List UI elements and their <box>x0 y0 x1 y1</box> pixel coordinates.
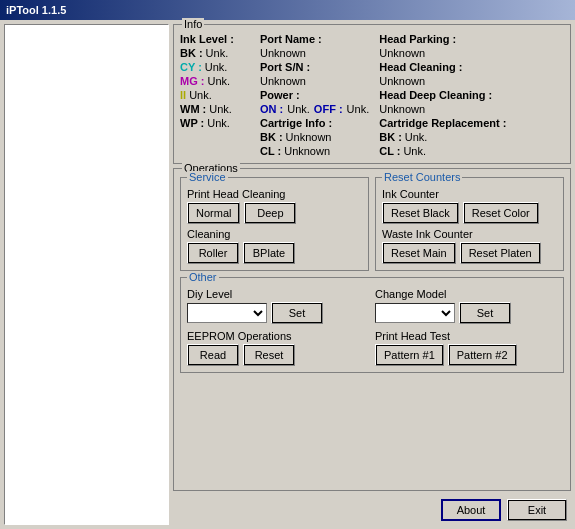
print-head-cleaning-section: Print Head Cleaning Normal Deep <box>187 188 362 224</box>
repl-cl-row: CL : Unk. <box>379 145 506 157</box>
change-model-section: Change Model Set <box>375 288 557 324</box>
port-name-header: Port Name : <box>260 33 369 45</box>
main-window: Info Ink Level : BK : Unk. CY : Unk. <box>0 20 575 529</box>
diy-level-select[interactable] <box>187 303 267 323</box>
port-name-value-row: Unknown <box>260 47 369 59</box>
repl-bk-value: Unk. <box>405 131 428 143</box>
off-value: Unk. <box>347 103 370 115</box>
mg-label: MG : <box>180 75 204 87</box>
wp-label: WP : <box>180 117 204 129</box>
head-cleaning-header: Head Cleaning : <box>379 61 506 73</box>
cart-bk-row: BK : Unknown <box>260 131 369 143</box>
head-deep-label: Head Deep Cleaning : <box>379 89 492 101</box>
ops-inner: Service Print Head Cleaning Normal Deep … <box>180 177 564 373</box>
exit-button[interactable]: Exit <box>507 499 567 521</box>
repl-bk-label: BK : <box>379 131 402 143</box>
left-panel <box>4 24 169 525</box>
change-model-select[interactable] <box>375 303 455 323</box>
head-parking-label: Head Parking : <box>379 33 456 45</box>
cleaning-btn-row: Roller BPlate <box>187 242 362 264</box>
waste-ink-section: Waste Ink Counter Reset Main Reset Plate… <box>382 228 557 264</box>
print-head-btn-row: Normal Deep <box>187 202 362 224</box>
reset-main-button[interactable]: Reset Main <box>382 242 456 264</box>
print-head-test-btn-row: Pattern #1 Pattern #2 <box>375 344 557 366</box>
deep-button[interactable]: Deep <box>244 202 296 224</box>
reset-counters-group: Reset Counters Ink Counter Reset Black R… <box>375 177 564 271</box>
head-cleaning-value-row: Unknown <box>379 75 506 87</box>
normal-button[interactable]: Normal <box>187 202 240 224</box>
on-value: Unk. <box>287 103 310 115</box>
ink-level-label: Ink Level : <box>180 33 234 45</box>
other-label: Other <box>187 271 219 283</box>
about-button[interactable]: About <box>441 499 501 521</box>
head-cleaning-label: Head Cleaning : <box>379 61 462 73</box>
mg-row: MG : Unk. <box>180 75 250 87</box>
reset-counters-content: Ink Counter Reset Black Reset Color Wast… <box>382 188 557 264</box>
bk-value: Unk. <box>206 47 229 59</box>
pattern1-button[interactable]: Pattern #1 <box>375 344 444 366</box>
cy-label: CY : <box>180 61 202 73</box>
diy-level-section: Diy Level Set <box>187 288 369 324</box>
cartridge-info-header: Cartrige Info : <box>260 117 369 129</box>
wp-row: WP : Unk. <box>180 117 250 129</box>
print-head-test-label: Print Head Test <box>375 330 557 342</box>
cy-row: CY : Unk. <box>180 61 250 73</box>
power-header: Power : <box>260 89 369 101</box>
info-group: Info Ink Level : BK : Unk. CY : Unk. <box>173 24 571 164</box>
cart-cl-row: CL : Unknown <box>260 145 369 157</box>
wm-value: Unk. <box>209 103 232 115</box>
diy-set-button[interactable]: Set <box>271 302 323 324</box>
cleaning-label: Cleaning <box>187 228 362 240</box>
service-content: Print Head Cleaning Normal Deep Cleaning… <box>187 188 362 264</box>
repl-cl-label: CL : <box>379 145 400 157</box>
diy-level-row: Set <box>187 302 369 324</box>
head-deep-value-row: Unknown <box>379 103 506 115</box>
cart-cl-value: Unknown <box>284 145 330 157</box>
waste-ink-btn-row: Reset Main Reset Platen <box>382 242 557 264</box>
cy-value: Unk. <box>205 61 228 73</box>
repl-cl-value: Unk. <box>403 145 426 157</box>
diy-level-label: Diy Level <box>187 288 369 300</box>
bottom-bar: About Exit <box>173 495 571 525</box>
title-label: iPTool 1.1.5 <box>6 4 66 16</box>
ink-level-header: Ink Level : <box>180 33 250 45</box>
eeprom-btn-row: Read Reset <box>187 344 369 366</box>
reset-platen-button[interactable]: Reset Platen <box>460 242 541 264</box>
wm-row: WM : Unk. <box>180 103 250 115</box>
pattern2-button[interactable]: Pattern #2 <box>448 344 517 366</box>
wm-label: WM : <box>180 103 206 115</box>
port-sn-header: Port S/N : <box>260 61 369 73</box>
ink-counter-section: Ink Counter Reset Black Reset Color <box>382 188 557 224</box>
read-button[interactable]: Read <box>187 344 239 366</box>
cartridge-replacement-header: Cartridge Replacement : <box>379 117 506 129</box>
bplate-button[interactable]: BPlate <box>243 242 295 264</box>
other-group: Other Diy Level Set Change Model <box>180 277 564 373</box>
cleaning-section: Cleaning Roller BPlate <box>187 228 362 264</box>
model-set-button[interactable]: Set <box>459 302 511 324</box>
head-parking-value: Unknown <box>379 47 425 59</box>
bk-row: BK : Unk. <box>180 47 250 59</box>
head-parking-value-row: Unknown <box>379 47 506 59</box>
ink-counter-btn-row: Reset Black Reset Color <box>382 202 557 224</box>
head-parking-header: Head Parking : <box>379 33 506 45</box>
on-label: ON : <box>260 103 283 115</box>
reset-black-button[interactable]: Reset Black <box>382 202 459 224</box>
power-label: Power : <box>260 89 300 101</box>
off-label: OFF : <box>314 103 343 115</box>
eeprom-label: EEPROM Operations <box>187 330 369 342</box>
cart-bk-value: Unknown <box>286 131 332 143</box>
port-name-label: Port Name : <box>260 33 322 45</box>
service-label: Service <box>187 171 228 183</box>
bk-label: BK : <box>180 47 203 59</box>
reset-color-button[interactable]: Reset Color <box>463 202 539 224</box>
ink-counter-label: Ink Counter <box>382 188 557 200</box>
operations-group: Operations Service Print Head Cleaning N… <box>173 168 571 491</box>
yw-row: II Unk. <box>180 89 250 101</box>
power-row: ON : Unk. OFF : Unk. <box>260 103 369 115</box>
port-sn-label: Port S/N : <box>260 61 310 73</box>
print-head-test-section: Print Head Test Pattern #1 Pattern #2 <box>375 330 557 366</box>
yw-value: Unk. <box>189 89 212 101</box>
cart-bk-label: BK : <box>260 131 283 143</box>
reset-eeprom-button[interactable]: Reset <box>243 344 295 366</box>
roller-button[interactable]: Roller <box>187 242 239 264</box>
